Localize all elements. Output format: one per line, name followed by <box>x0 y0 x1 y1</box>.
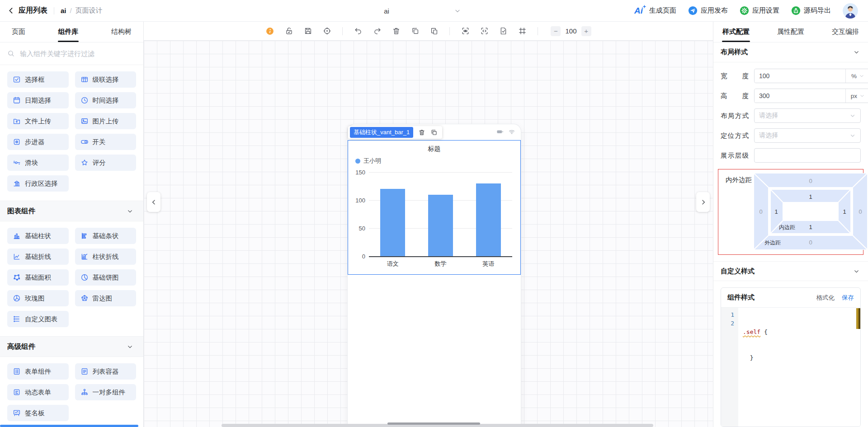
css-code-editor[interactable]: 1 2 .self { } <box>721 308 860 427</box>
redo-icon[interactable] <box>373 27 382 36</box>
app-publish-button[interactable]: 应用发布 <box>688 6 728 15</box>
component-group-header[interactable]: 图表组件 <box>0 201 143 221</box>
chart-ytick-label: 50 <box>359 225 365 232</box>
component-item-rose-chart[interactable]: 玫瑰图 <box>7 290 69 306</box>
selected-bar-chart-component[interactable]: 标题 王小明 050100150 语文数学英语 <box>348 140 521 275</box>
tab-component-library[interactable]: 组件库 <box>58 22 79 42</box>
component-item-combo-chart[interactable]: 柱状折线 <box>75 249 137 265</box>
collapse-right-button[interactable] <box>696 192 710 212</box>
margin-top-value[interactable]: 0 <box>809 178 812 184</box>
copy-component-icon[interactable] <box>430 129 438 136</box>
tab-props-config[interactable]: 属性配置 <box>777 22 804 42</box>
custom-style-section-header[interactable]: 自定义样式 <box>713 261 868 281</box>
component-item-bar-chart[interactable]: 基础柱状 <box>7 228 69 244</box>
component-item-dynamic-form[interactable]: 动态表单 <box>7 384 69 400</box>
component-item-signature[interactable]: 签名板 <box>7 405 69 421</box>
format-button[interactable]: 格式化 <box>816 294 835 302</box>
editor-code[interactable]: .self { } <box>738 308 771 427</box>
layout-style-title: 布局样式 <box>721 48 748 56</box>
component-grid: 选择框级联选择日期选择时间选择文件上传图片上传步进器开关滑块评分行政区选择 <box>0 71 143 199</box>
component-item-radar-chart[interactable]: 雷达图 <box>75 290 137 306</box>
page-check-icon[interactable] <box>499 27 508 36</box>
component-item-slider[interactable]: 滑块 <box>7 155 69 171</box>
component-item-list-container[interactable]: 列表容器 <box>75 363 137 380</box>
copy-icon[interactable] <box>410 27 420 36</box>
info-icon[interactable] <box>265 27 274 36</box>
battery-icon <box>495 128 505 135</box>
save-icon[interactable] <box>303 27 312 36</box>
sidebar-scrollbar[interactable] <box>0 425 138 427</box>
unlock-icon[interactable] <box>284 27 293 36</box>
component-item-hbar-chart[interactable]: 基础条状 <box>75 228 137 244</box>
collapse-left-button[interactable] <box>147 192 160 212</box>
component-item-calendar[interactable]: 日期选择 <box>7 92 69 108</box>
layout-mode-label: 布局方式 <box>721 112 749 120</box>
component-item-district[interactable]: 行政区选择 <box>7 175 69 192</box>
component-item-custom-chart[interactable]: 自定义图表 <box>7 311 69 327</box>
preview-eye-icon[interactable] <box>461 27 470 36</box>
component-item-clock[interactable]: 时间选择 <box>75 92 137 108</box>
delete-icon[interactable] <box>392 27 401 36</box>
frame-icon[interactable] <box>518 27 527 36</box>
margin-bottom-value[interactable]: 0 <box>809 239 812 246</box>
page-select[interactable]: ai <box>307 0 466 22</box>
width-unit-select[interactable]: % <box>845 69 868 83</box>
width-input[interactable] <box>755 69 845 83</box>
toolbar-divider <box>342 27 343 35</box>
tab-interaction-config[interactable]: 交互编排 <box>832 22 859 42</box>
component-item-line-chart[interactable]: 基础折线 <box>7 249 69 265</box>
phone-mockup: 基础柱状_vant_bar_1 标题 王小明 050100150 语文数学英语 <box>348 124 521 427</box>
padding-bottom-value[interactable]: 1 <box>809 224 812 230</box>
canvas-grid[interactable]: 基础柱状_vant_bar_1 标题 王小明 050100150 语文数学英语 <box>144 41 713 427</box>
tab-pages[interactable]: 页面 <box>12 22 25 42</box>
component-item-form[interactable]: 表单组件 <box>7 363 69 380</box>
component-item-switch[interactable]: 开关 <box>75 134 137 150</box>
target-icon[interactable] <box>322 27 331 36</box>
layout-mode-select[interactable]: 请选择 <box>754 108 861 123</box>
padding-left-value[interactable]: 1 <box>774 208 778 215</box>
export-source-button[interactable]: 源码导出 <box>791 6 831 15</box>
legend-label: 王小明 <box>363 157 381 165</box>
component-item-checkbox[interactable]: 选择框 <box>7 71 69 88</box>
height-unit-select[interactable]: px <box>845 89 868 103</box>
user-avatar[interactable] <box>843 3 858 19</box>
component-item-area-chart[interactable]: 基础面积 <box>7 269 69 286</box>
component-name-chip[interactable]: 基础柱状_vant_bar_1 <box>350 127 413 138</box>
chart-bars <box>369 172 512 256</box>
component-item-stepper[interactable]: 步进器 <box>7 134 69 150</box>
component-item-image-upload[interactable]: 图片上传 <box>75 113 137 129</box>
height-input[interactable] <box>755 89 845 103</box>
search-input[interactable] <box>19 49 136 58</box>
zoom-in-button[interactable]: + <box>581 26 591 36</box>
margin-right-value[interactable]: 0 <box>859 208 862 215</box>
undo-icon[interactable] <box>354 27 363 36</box>
z-index-field: 展示层级 <box>721 148 861 163</box>
back-button[interactable]: 应用列表 <box>7 6 47 15</box>
component-group-header[interactable]: 高级组件 <box>0 336 143 357</box>
tab-structure-tree[interactable]: 结构树 <box>111 22 132 42</box>
selector-token: .self <box>743 328 760 335</box>
layout-style-section-header[interactable]: 布局样式 <box>713 42 868 62</box>
bar-chart: 标题 王小明 050100150 语文数学英语 <box>348 141 520 274</box>
component-item-cascade[interactable]: 级联选择 <box>75 71 137 88</box>
component-item-pie-chart[interactable]: 基础饼图 <box>75 269 137 286</box>
padding-right-value[interactable]: 1 <box>843 208 846 215</box>
component-item-folder-upload[interactable]: 文件上传 <box>7 113 69 129</box>
tab-style-config[interactable]: 样式配置 <box>722 22 750 42</box>
delete-component-icon[interactable] <box>418 129 425 136</box>
generate-page-button[interactable]: Ai 生成页面 <box>634 6 676 16</box>
paste-icon[interactable] <box>429 27 439 36</box>
position-mode-select[interactable]: 请选择 <box>754 128 861 143</box>
z-index-input[interactable] <box>754 148 861 163</box>
zoom-out-button[interactable]: − <box>551 26 561 36</box>
app-settings-button[interactable]: 应用设置 <box>740 6 779 15</box>
code-preview-icon[interactable] <box>480 27 489 36</box>
component-item-star[interactable]: 评分 <box>75 155 137 171</box>
margin-left-value[interactable]: 0 <box>759 208 762 215</box>
boxmodel-diagram[interactable]: 0 0 0 0 1 1 1 1 内边距 外边距 <box>754 173 868 250</box>
component-item-label: 级联选择 <box>93 75 119 84</box>
canvas-toolbar: − 100 + <box>144 22 713 41</box>
padding-top-value[interactable]: 1 <box>809 193 812 200</box>
save-button[interactable]: 保存 <box>842 294 854 302</box>
component-item-one-to-many[interactable]: 一对多组件 <box>75 384 137 400</box>
